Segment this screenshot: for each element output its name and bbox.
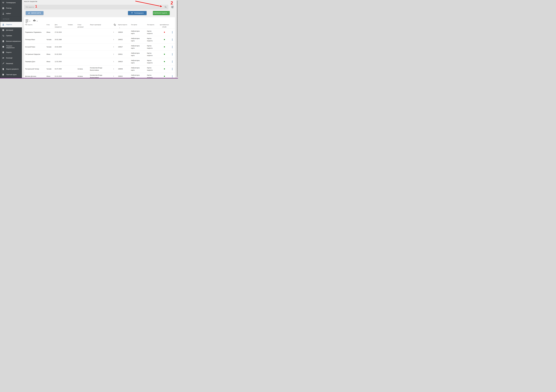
cell-patient-type: Картка пацієнта [147,59,159,64]
row-menu-button[interactable] [172,38,173,41]
table-row[interactable]: Тестувальне СвідоцтвоЖінка01.02.2023I280… [24,51,175,58]
receipt-icon [1,51,5,54]
cell-card: 280632 [118,39,131,41]
cell-card-type: Амбулаторна карта [131,37,147,42]
cell-type: I [113,68,118,70]
row-density-dropdown-icon[interactable]: ▾ [30,20,30,22]
sidebar-item-redeemed-referrals[interactable]: Погашені направлення [0,44,22,50]
scrollbar-thumb[interactable] [177,0,178,77]
filter-button[interactable] [171,6,174,8]
table-row[interactable]: Останній РивокЧоловік23.02.2000I280627Ам… [24,43,175,51]
cell-card-type: Амбулаторна карта [131,45,147,49]
patient-registry-screen: ТелемедицинаРозкладКабінет ЖУРНАЛИ Паціє… [0,0,178,78]
col-birth-date[interactable]: Дата народження [55,24,68,29]
sidebar-item-medical-documents[interactable]: Медичні документи [0,66,22,72]
cell-name: Подивимось Подивимось [24,31,46,33]
antenna-icon [131,12,133,14]
table-row[interactable]: Дитинка ДитинкаЖінка01.01.2020АктивнаКон… [24,73,175,78]
sidebar-journals-group: ПацієнтиДеклараціїПрийомиВиписані направ… [0,22,22,78]
cell-doctor [90,53,113,55]
cell-card: 280602 [118,75,131,78]
cell-gender: Чоловік [46,46,55,48]
cell-gender: Чоловік [46,39,55,41]
cell-doctor [90,61,113,63]
cell-ehealth-status [159,31,170,33]
cell-row-menu [170,46,175,49]
cell-ehealth-status [159,61,170,63]
export-download-button[interactable] [33,19,36,22]
cell-type: I [113,46,118,48]
sidebar-item-telemedicine[interactable]: Телемедицина [0,0,22,5]
table-row[interactable]: Тестувальний ЧетверЧоловік02.07.2000Акти… [24,65,175,73]
col-patient-card[interactable]: Картка пацієнта ↓ [118,24,131,29]
sidebar-item-label: Пакетний підпис [6,74,17,76]
window-edge [0,78,178,78]
row-menu-button[interactable] [172,68,173,71]
select-cards-button[interactable]: ОБРАТИ КАРТИ [26,11,44,15]
row-menu-button[interactable] [172,46,173,49]
create-patient-button[interactable]: СТВОРЕННЯ ПАЦІЄНТА ▼ [153,11,170,15]
sidebar-item-interactions[interactable]: Взаємодії [0,55,22,61]
col-ehealth-id[interactable]: Ідентифікатор в eHealth [159,24,170,29]
row-menu-button[interactable] [172,60,173,63]
cell-card: 280606 [118,68,131,70]
sidebar-item-prescriptions[interactable]: Рецепти [0,50,22,55]
cell-card: 280633 [118,31,131,33]
sort-desc-icon: ↓ [119,26,120,29]
antenna-icon [1,2,5,4]
calendar-icon [1,7,5,9]
sidebar-item-declarations[interactable]: Декларації [0,27,22,33]
ehealth-status-dot [164,68,165,70]
annotation-step-1: 1 [35,4,37,8]
cell-ehealth-status [159,53,170,55]
sidebar-item-vaccinations[interactable]: Вакцинації [0,61,22,66]
cell-patient-type: Картка пацієнта [147,52,159,57]
sidebar-item-label: Виписані направлення [6,40,21,42]
sidebar-section-journals: ЖУРНАЛИ [0,16,22,22]
sidebar-item-label: Вакцинації [6,63,13,64]
export-dropdown-icon[interactable]: ▾ [37,20,38,22]
col-phone[interactable]: Телефон [68,24,77,29]
col-patient-name[interactable]: ПІБ пацієнта [24,24,46,29]
sidebar-item-appointments[interactable]: Прийоми [0,33,22,39]
cell-doctor [90,39,113,41]
sidebar-item-issued-referrals[interactable]: Виписані направлення [0,39,22,44]
doctor-icon [1,13,5,15]
cell-type: I [113,61,118,63]
cell-patient-type: Картка пацієнта [147,67,159,71]
search-icon[interactable] [164,6,167,8]
sidebar-item-batch-signature[interactable]: Пакетний підпис [0,72,22,78]
telemedicine-button[interactable]: Телемедицина [128,11,147,15]
cell-card-type: Амбулаторна карта [131,30,147,35]
row-menu-button[interactable] [172,31,173,34]
table-row[interactable]: Перевірка ДатиЖінка12.02.2000I280610Амбу… [24,58,175,65]
cell-ehealth-status [159,75,170,78]
row-menu-button[interactable] [172,75,173,78]
stethoscope-icon [1,35,5,37]
vertical-scrollbar[interactable] [176,0,178,78]
col-declaration-doctor[interactable]: Лікар по декларації [90,24,113,29]
row-menu-button[interactable] [172,53,173,56]
sidebar-item-label: Взаємодії [6,57,12,59]
sidebar-item-schedule[interactable]: Розклад [0,5,22,11]
cell-patient-type: Картка пацієнта [147,45,159,49]
sidebar-item-cabinet[interactable]: Кабінет [0,11,22,16]
col-type[interactable]: Тип [113,24,118,29]
search-input[interactable]: ПІБ пацієнта [24,5,168,9]
sidebar-item-patients[interactable]: Пацієнти [0,22,22,27]
person-plus-icon [28,12,30,14]
col-gender[interactable]: Стать [46,24,55,29]
cell-type: I [113,31,118,33]
col-card-type[interactable]: Тип картки [131,24,147,29]
col-declaration-status[interactable]: Статус декларації [77,24,90,29]
table-row[interactable]: П'ятниця ФіналЧоловік24.02.1989I280632Ам… [24,36,175,43]
ehealth-status-dot [164,61,165,62]
table-row[interactable]: Подивимось ПодивимосьЖінка27.02.2023I280… [24,29,175,36]
sidebar-item-label: Медичні документи [6,68,19,70]
sidebar-item-label: Пацієнти [6,24,12,26]
cell-birth: 23.02.2000 [55,46,68,48]
cell-doctor: Коновалова Влада Валентинівна [90,67,113,71]
col-patient-type[interactable]: Тип пацієнта [147,24,159,29]
cell-card: 280611 [118,53,131,55]
cell-patient-type: Картка пацієнта [147,30,159,35]
